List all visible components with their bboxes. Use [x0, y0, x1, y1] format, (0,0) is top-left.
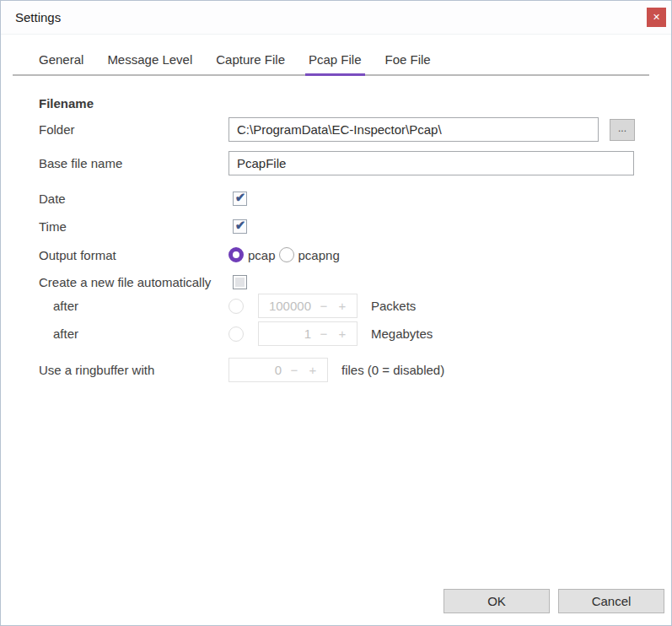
output-format-row: Output format pcap pcapng: [39, 247, 671, 262]
megabytes-spinner: 1 − +: [258, 321, 358, 346]
tab-capture-file[interactable]: Capture File: [216, 52, 285, 74]
after-megabytes-radio[interactable]: [228, 326, 244, 342]
radio-pcap[interactable]: [228, 247, 244, 262]
pcap-file-panel: Filename Folder ... Base file name Date …: [1, 76, 671, 382]
base-file-name-input[interactable]: [228, 151, 634, 175]
close-icon: ✕: [653, 12, 660, 23]
browse-folder-button[interactable]: ...: [610, 119, 635, 141]
dialog-footer: OK Cancel: [444, 589, 664, 613]
minus-icon[interactable]: −: [314, 326, 333, 341]
checkmark-icon: ✔: [235, 190, 246, 205]
radio-pcapng[interactable]: [279, 247, 294, 262]
time-label: Time: [39, 219, 228, 234]
ringbuffer-row: Use a ringbuffer with 0 − + files (0 = d…: [39, 358, 671, 382]
time-checkbox[interactable]: ✔: [233, 219, 247, 234]
tab-foe-file[interactable]: Foe File: [385, 52, 431, 74]
plus-icon[interactable]: +: [333, 326, 352, 341]
base-file-name-row: Base file name: [39, 151, 671, 175]
ringbuffer-label: Use a ringbuffer with: [39, 363, 228, 377]
packets-unit-label: Packets: [371, 299, 416, 313]
tab-bar: General Message Level Capture File Pcap …: [13, 52, 649, 76]
titlebar: Settings ✕: [1, 1, 671, 35]
date-label: Date: [39, 192, 228, 206]
minus-icon[interactable]: −: [314, 299, 333, 313]
packets-spinner: 100000 − +: [258, 294, 358, 318]
window-title: Settings: [15, 10, 61, 24]
settings-dialog: Settings ✕ General Message Level Capture…: [0, 0, 672, 626]
tab-message-level[interactable]: Message Level: [107, 52, 192, 74]
plus-icon[interactable]: +: [333, 299, 352, 313]
plus-icon[interactable]: +: [304, 363, 322, 377]
auto-new-file-checkbox[interactable]: ✔: [233, 275, 247, 289]
after-megabytes-row: after 1 − + Megabytes: [39, 321, 671, 346]
date-checkbox[interactable]: ✔: [233, 192, 247, 206]
date-row: Date ✔: [39, 192, 671, 206]
radio-pcapng-label[interactable]: pcapng: [298, 248, 340, 262]
folder-input[interactable]: [228, 117, 599, 142]
tab-general[interactable]: General: [39, 52, 83, 74]
megabytes-unit-label: Megabytes: [371, 326, 433, 341]
tab-pcap-file[interactable]: Pcap File: [309, 52, 362, 74]
folder-row: Folder ...: [39, 117, 671, 142]
close-button[interactable]: ✕: [647, 8, 666, 27]
time-row: Time ✔: [39, 219, 671, 234]
radio-pcap-label[interactable]: pcap: [248, 248, 276, 262]
auto-new-file-label: Create a new file automatically: [39, 275, 228, 289]
filename-section-heading: Filename: [39, 96, 671, 111]
megabytes-spinner-value[interactable]: 1: [259, 326, 314, 341]
output-format-label: Output format: [39, 248, 228, 262]
checkmark-icon: ✔: [235, 218, 246, 233]
cancel-button[interactable]: Cancel: [558, 589, 664, 613]
ellipsis-icon: ...: [618, 122, 626, 134]
ringbuffer-spinner: 0 − +: [228, 358, 328, 382]
auto-new-file-row: Create a new file automatically ✔: [39, 275, 671, 289]
after-packets-label: after: [39, 299, 228, 313]
after-megabytes-label: after: [39, 326, 228, 341]
folder-label: Folder: [39, 122, 228, 137]
packets-spinner-value[interactable]: 100000: [259, 299, 314, 313]
after-packets-radio[interactable]: [228, 299, 244, 314]
after-packets-row: after 100000 − + Packets: [39, 294, 671, 318]
ringbuffer-unit-label: files (0 = disabled): [341, 363, 444, 377]
ringbuffer-spinner-value[interactable]: 0: [229, 363, 285, 377]
base-file-name-label: Base file name: [39, 156, 228, 170]
ok-button[interactable]: OK: [444, 589, 550, 613]
minus-icon[interactable]: −: [285, 363, 304, 377]
